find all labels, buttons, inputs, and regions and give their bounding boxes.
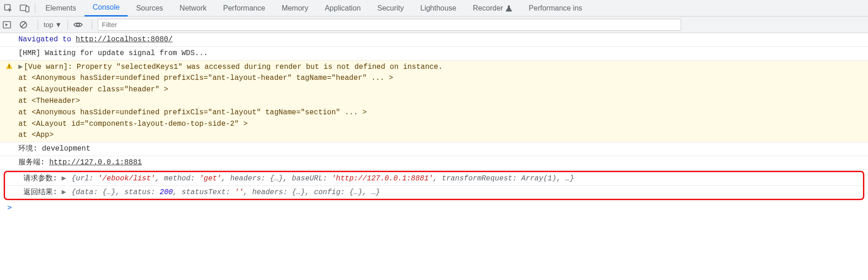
- tab-memory[interactable]: Memory: [273, 0, 316, 17]
- log-hmr: [HMR] Waiting for update signal from WDS…: [0, 47, 868, 61]
- tab-lighthouse[interactable]: Lighthouse: [412, 0, 464, 17]
- v: {…}: [349, 188, 362, 196]
- log-server: 服务端: http://127.0.0.1:8881: [0, 156, 868, 170]
- devtools-tabstrip: Elements Console Sources Network Perform…: [0, 0, 868, 17]
- tab-application[interactable]: Application: [316, 0, 369, 17]
- inspect-element-icon[interactable]: [0, 0, 17, 17]
- nav-prefix: Navigated to: [18, 35, 76, 44]
- context-selector[interactable]: top ▼: [44, 21, 62, 28]
- console-prompt[interactable]: >: [0, 201, 868, 214]
- live-expression-icon[interactable]: [73, 22, 86, 28]
- tab-performance-insights[interactable]: Performance ins: [520, 0, 591, 17]
- tab-performance[interactable]: Performance: [215, 0, 274, 17]
- tab-recorder-label: Recorder: [473, 4, 503, 12]
- separator: [68, 20, 68, 30]
- warn-line: at <App>: [18, 131, 54, 139]
- env-label: 环境:: [18, 145, 42, 153]
- log-response: 返回结果: ▶ {data: {…}, status: 200, statusT…: [5, 186, 863, 199]
- tab-security[interactable]: Security: [369, 0, 412, 17]
- separator: [92, 20, 92, 30]
- warn-line: at <Anonymous hasSider=undefined prefixC…: [18, 74, 393, 82]
- context-label: top: [44, 21, 53, 28]
- v: 200: [160, 188, 173, 196]
- expand-caret-icon[interactable]: ▶: [18, 63, 23, 71]
- chevron-down-icon: ▼: [55, 21, 62, 28]
- nav-link[interactable]: http://localhost:8080/: [76, 35, 173, 44]
- tab-console[interactable]: Console: [85, 0, 128, 17]
- brace: {: [71, 174, 76, 183]
- warning-icon: [0, 61, 18, 142]
- warn-line: at <ALayout id="components-layout-demo-t…: [18, 120, 248, 128]
- expand-caret-icon[interactable]: ▶: [62, 188, 66, 196]
- warn-line: at <ALayoutHeader class="header" >: [18, 85, 168, 94]
- log-navigated: Navigated to http://localhost:8080/: [0, 33, 868, 47]
- svg-point-6: [77, 23, 79, 26]
- prompt-chevron-icon: >: [7, 203, 12, 212]
- log-request: 请求参数: ▶ {url: '/ebook/list', method: 'ge…: [5, 172, 863, 186]
- v: {…}: [270, 174, 283, 183]
- v: 'http://127.0.0.1:8881': [332, 174, 433, 183]
- clear-console-icon[interactable]: [19, 21, 32, 29]
- tab-network[interactable]: Network: [171, 0, 215, 17]
- svg-rect-8: [9, 67, 10, 68]
- k: , statusText:: [173, 188, 230, 196]
- console-toolbar: top ▼: [0, 17, 868, 33]
- tab-elements[interactable]: Elements: [37, 0, 85, 17]
- flask-icon: [506, 5, 512, 11]
- rest: , …}: [557, 174, 574, 183]
- console-output: Navigated to http://localhost:8080/ [HMR…: [0, 33, 868, 214]
- k: , method:: [155, 174, 195, 183]
- server-link[interactable]: http://127.0.0.1:8881: [49, 158, 142, 167]
- warn-line: [Vue warn]: Property "selectedKeys1" was…: [24, 63, 443, 71]
- separator: [35, 3, 35, 13]
- rest: , …}: [362, 188, 380, 196]
- v: '/ebook/list': [98, 174, 155, 183]
- v: {…}: [292, 188, 305, 196]
- warn-line: at <Anonymous hasSider=undefined prefixC…: [18, 108, 367, 117]
- log-env: 环境: development: [0, 142, 868, 156]
- filter-input[interactable]: [98, 19, 681, 31]
- v: '': [235, 188, 243, 196]
- v: 'get': [199, 174, 221, 183]
- v: Array(1): [521, 174, 557, 183]
- tab-recorder[interactable]: Recorder: [465, 0, 521, 17]
- k: , status:: [116, 188, 155, 196]
- k: , headers:: [221, 174, 265, 183]
- server-label: 服务端:: [18, 158, 49, 167]
- device-toolbar-icon[interactable]: [17, 0, 33, 17]
- brace: {: [71, 188, 76, 196]
- svg-line-5: [21, 22, 26, 27]
- k: , baseURL:: [283, 174, 327, 183]
- res-label: 返回结果:: [23, 188, 62, 196]
- log-vue-warn: ▶[Vue warn]: Property "selectedKeys1" wa…: [0, 61, 868, 143]
- k: , headers:: [243, 188, 287, 196]
- log-text: [HMR] Waiting for update signal from WDS…: [18, 49, 208, 57]
- separator: [38, 20, 38, 30]
- warn-line: at <TheHeader>: [18, 97, 80, 105]
- env-value: development: [42, 145, 90, 153]
- svg-rect-2: [26, 6, 29, 12]
- k: , config:: [305, 188, 344, 196]
- k: , transformRequest:: [433, 174, 517, 183]
- toggle-sidebar-icon[interactable]: [3, 21, 16, 28]
- v: {…}: [102, 188, 116, 196]
- svg-rect-7: [9, 65, 10, 67]
- req-label: 请求参数:: [23, 174, 62, 183]
- tab-sources[interactable]: Sources: [128, 0, 171, 17]
- expand-caret-icon[interactable]: ▶: [62, 174, 66, 183]
- highlighted-logs: 请求参数: ▶ {url: '/ebook/list', method: 'ge…: [4, 171, 864, 201]
- k: url:: [76, 174, 93, 183]
- k: data:: [76, 188, 98, 196]
